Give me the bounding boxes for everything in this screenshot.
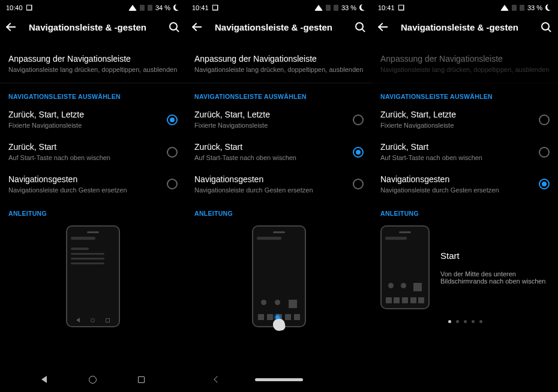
system-nav-bar xyxy=(186,367,372,392)
option-title: Zurück, Start xyxy=(380,142,482,152)
wifi-icon xyxy=(314,5,323,11)
option-back-home-recent[interactable]: Zurück, Start, Letzte Fixierte Navigatio… xyxy=(0,104,186,136)
radio-selected-icon[interactable] xyxy=(167,114,178,125)
clock: 10:41 xyxy=(192,4,209,11)
dot-icon[interactable] xyxy=(448,320,451,323)
customize-sub: Navigationsleiste lang drücken, doppelti… xyxy=(194,65,364,74)
status-bar: 10:41 33 % xyxy=(372,0,558,13)
signal-icon xyxy=(334,5,338,11)
nav-home-icon[interactable] xyxy=(89,376,97,384)
nav-recent-icon[interactable] xyxy=(138,376,145,383)
page-title: Navigationsleiste & -gesten xyxy=(29,22,158,32)
signal-icon xyxy=(148,5,152,11)
option-sub: Auf Start-Taste nach oben wischen xyxy=(8,153,110,162)
signal-icon xyxy=(520,5,524,11)
customize-sub: Navigationsleiste lang drücken, doppelti… xyxy=(8,65,178,74)
radio-unselected-icon[interactable] xyxy=(539,147,550,158)
select-navbar-header: NAVIGATIONSLEISTE AUSWÄHLEN xyxy=(0,83,186,104)
screenshot-panel-1: 10:40 34 % Navigationsleiste & -gesten A… xyxy=(0,0,186,392)
option-title: Zurück, Start xyxy=(8,142,110,152)
dot-icon[interactable] xyxy=(464,320,467,323)
option-title: Navigationsgesten xyxy=(380,174,499,184)
back-icon[interactable] xyxy=(7,22,18,32)
radio-unselected-icon[interactable] xyxy=(353,114,364,125)
battery-percent: 34 % xyxy=(155,4,170,11)
tutorial-header: ANLEITUNG xyxy=(372,200,558,221)
option-sub: Navigationsleiste durch Gesten ersetzen xyxy=(8,186,127,195)
search-icon[interactable] xyxy=(541,22,551,32)
dot-icon[interactable] xyxy=(456,320,459,323)
dnd-icon xyxy=(359,4,366,11)
option-title: Zurück, Start xyxy=(194,142,296,152)
tutorial-header: ANLEITUNG xyxy=(186,200,372,221)
option-sub: Fixierte Navigationsleiste xyxy=(8,121,84,130)
picture-icon xyxy=(212,5,218,11)
page-title: Navigationsleiste & -gesten xyxy=(401,22,530,32)
option-back-home-recent[interactable]: Zurück, Start, Letzte Fixierte Navigatio… xyxy=(186,104,372,136)
back-icon[interactable] xyxy=(379,22,390,32)
title-bar: Navigationsleiste & -gesten xyxy=(186,13,372,41)
option-title: Zurück, Start, Letzte xyxy=(8,110,84,119)
picture-icon xyxy=(398,5,404,11)
tutorial-phone-mock xyxy=(66,225,120,327)
customize-sub: Navigationsleiste lang drücken, doppelti… xyxy=(380,65,550,74)
signal-icon xyxy=(140,5,145,11)
screenshot-panel-3: 10:41 33 % Navigationsleiste & -gesten A… xyxy=(372,0,558,392)
recent-nav-icon xyxy=(106,318,110,322)
customize-navbar-item: Anpassung der Navigationsleiste Navigati… xyxy=(372,41,558,83)
status-bar: 10:40 34 % xyxy=(0,0,186,13)
picture-icon xyxy=(26,5,32,11)
title-bar: Navigationsleiste & -gesten xyxy=(372,13,558,41)
back-nav-icon xyxy=(76,318,80,322)
option-title: Navigationsgesten xyxy=(8,174,127,184)
nav-back-icon[interactable] xyxy=(214,376,220,382)
option-gestures[interactable]: Navigationsgesten Navigationsleiste durc… xyxy=(186,168,372,201)
search-icon[interactable] xyxy=(169,22,179,32)
back-icon[interactable] xyxy=(193,22,204,32)
radio-unselected-icon[interactable] xyxy=(167,147,178,158)
radio-selected-icon[interactable] xyxy=(353,147,364,158)
battery-percent: 33 % xyxy=(527,4,542,11)
customize-title: Anpassung der Navigationsleiste xyxy=(8,54,178,64)
tutorial-phone-mock xyxy=(380,225,430,309)
option-title: Zurück, Start, Letzte xyxy=(380,110,456,119)
option-sub: Fixierte Navigationsleiste xyxy=(194,121,270,130)
wifi-icon xyxy=(128,5,137,11)
customize-navbar-item[interactable]: Anpassung der Navigationsleiste Navigati… xyxy=(0,41,186,83)
dnd-icon xyxy=(545,4,552,11)
radio-unselected-icon[interactable] xyxy=(167,179,178,189)
title-bar: Navigationsleiste & -gesten xyxy=(0,13,186,41)
page-title: Navigationsleiste & -gesten xyxy=(215,22,344,32)
nav-home-pill-icon[interactable] xyxy=(255,378,303,381)
option-back-home[interactable]: Zurück, Start Auf Start-Taste nach oben … xyxy=(372,136,558,168)
dot-icon[interactable] xyxy=(479,320,482,323)
option-back-home-recent[interactable]: Zurück, Start, Letzte Fixierte Navigatio… xyxy=(372,104,558,136)
radio-unselected-icon[interactable] xyxy=(539,114,550,125)
option-sub: Navigationsleiste durch Gesten ersetzen xyxy=(194,186,313,195)
nav-back-icon[interactable] xyxy=(41,376,47,383)
option-back-home[interactable]: Zurück, Start Auf Start-Taste nach oben … xyxy=(186,136,372,168)
tutorial-text: Start Von der Mitte des unteren Bildschi… xyxy=(440,221,550,285)
tutorial-header: ANLEITUNG xyxy=(0,200,186,221)
search-icon[interactable] xyxy=(355,22,365,32)
screenshot-panel-2: 10:41 33 % Navigationsleiste & -gesten A… xyxy=(186,0,372,392)
option-title: Navigationsgesten xyxy=(194,174,313,184)
tutorial-title: Start xyxy=(440,251,550,261)
clock: 10:40 xyxy=(6,4,23,11)
option-gestures[interactable]: Navigationsgesten Navigationsleiste durc… xyxy=(372,168,558,201)
option-sub: Fixierte Navigationsleiste xyxy=(380,121,456,130)
select-navbar-header: NAVIGATIONSLEISTE AUSWÄHLEN xyxy=(372,83,558,104)
select-navbar-header: NAVIGATIONSLEISTE AUSWÄHLEN xyxy=(186,83,372,104)
option-back-home[interactable]: Zurück, Start Auf Start-Taste nach oben … xyxy=(0,136,186,168)
tutorial-sub: Von der Mitte des unteren Bildschirmrand… xyxy=(440,270,550,285)
radio-unselected-icon[interactable] xyxy=(353,179,364,189)
tutorial-phone-mock xyxy=(252,225,306,327)
radio-selected-icon[interactable] xyxy=(539,179,550,189)
customize-title: Anpassung der Navigationsleiste xyxy=(380,54,550,64)
status-bar: 10:41 33 % xyxy=(186,0,372,13)
customize-title: Anpassung der Navigationsleiste xyxy=(194,54,364,64)
option-gestures[interactable]: Navigationsgesten Navigationsleiste durc… xyxy=(0,168,186,201)
customize-navbar-item[interactable]: Anpassung der Navigationsleiste Navigati… xyxy=(186,41,372,83)
dot-icon[interactable] xyxy=(472,320,475,323)
battery-percent: 33 % xyxy=(341,4,356,11)
